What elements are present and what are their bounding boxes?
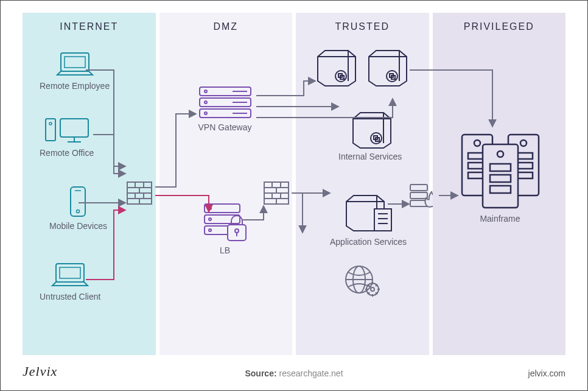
globe-gear-icon <box>343 264 382 298</box>
zone-title-internet: INTERNET <box>23 21 156 32</box>
node-vpn-gateway: VPN Gateway <box>196 85 254 132</box>
svg-point-32 <box>209 207 211 210</box>
svg-rect-89 <box>483 144 518 208</box>
node-internal-services: Internal Services <box>338 109 402 161</box>
node-firewall-2 <box>263 181 290 205</box>
label-untrusted-client: Untrusted Client <box>40 292 100 301</box>
source-value: researchgate.net <box>279 368 343 378</box>
svg-rect-77 <box>410 192 427 199</box>
svg-point-34 <box>209 218 211 220</box>
server-box-icon <box>347 109 393 149</box>
zone-dmz: DMZ VPN Gateway <box>159 13 293 355</box>
label-remote-employee: Remote Employee <box>40 81 110 91</box>
label-remote-office: Remote Office <box>40 148 94 158</box>
node-untrusted-client: Untrusted Client <box>40 261 100 301</box>
label-mainframe: Mainframe <box>455 214 546 224</box>
svg-rect-31 <box>205 204 240 213</box>
svg-rect-4 <box>60 119 88 137</box>
svg-rect-0 <box>61 53 89 71</box>
svg-point-67 <box>371 287 374 291</box>
firewall-icon <box>263 181 290 205</box>
firewall-icon <box>126 181 153 205</box>
node-remote-employee: Remote Employee <box>40 51 110 91</box>
node-mobile-devices: Mobile Devices <box>49 185 107 231</box>
svg-rect-7 <box>71 187 85 216</box>
zone-privileged: PRIVILEGED Mainframe <box>433 13 566 355</box>
svg-rect-11 <box>60 267 80 278</box>
svg-rect-76 <box>410 185 427 191</box>
node-servers-row <box>312 47 409 87</box>
svg-point-8 <box>77 210 80 213</box>
zone-title-privileged: PRIVILEGED <box>433 21 566 32</box>
svg-point-3 <box>49 122 52 125</box>
node-globe-gear <box>343 264 382 298</box>
label-application-services: Application Services <box>330 237 407 247</box>
laptop-icon <box>54 51 96 79</box>
svg-rect-59 <box>374 209 391 231</box>
svg-rect-1 <box>65 57 85 68</box>
node-firewall-1 <box>126 181 153 205</box>
label-mobile-devices: Mobile Devices <box>49 221 107 231</box>
label-internal-services: Internal Services <box>338 152 402 161</box>
node-remote-office: Remote Office <box>40 115 94 158</box>
server-doc-icon <box>340 192 396 234</box>
server-stack-icon <box>196 85 254 120</box>
node-application-services: Application Services <box>330 192 407 247</box>
svg-point-36 <box>209 229 211 231</box>
server-lock-icon <box>201 202 250 243</box>
node-lb: LB <box>201 202 250 255</box>
svg-point-29 <box>205 112 207 114</box>
zone-internet: INTERNET Remote Employee Remote Office <box>23 13 156 355</box>
source-line: Source: researchgate.net <box>1 368 587 378</box>
label-lb: LB <box>201 245 250 255</box>
label-vpn-gateway: VPN Gateway <box>196 122 254 132</box>
mobile-icon <box>66 185 90 219</box>
brand-site: jelvix.com <box>528 368 565 378</box>
zones-container: INTERNET Remote Employee Remote Office <box>23 13 565 355</box>
zone-trusted: TRUSTED Internal Services <box>296 13 429 355</box>
source-label: Source: <box>245 368 276 378</box>
laptop-icon <box>49 261 91 289</box>
svg-point-23 <box>205 90 207 93</box>
rack-cluster-icon <box>455 129 546 211</box>
zone-title-dmz: DMZ <box>159 21 293 32</box>
server-box-icon <box>312 47 409 87</box>
desktop-icon <box>42 115 92 146</box>
svg-rect-10 <box>56 264 84 282</box>
svg-point-26 <box>205 101 207 104</box>
node-mainframe: Mainframe <box>455 129 546 224</box>
zone-title-trusted: TRUSTED <box>296 21 429 32</box>
